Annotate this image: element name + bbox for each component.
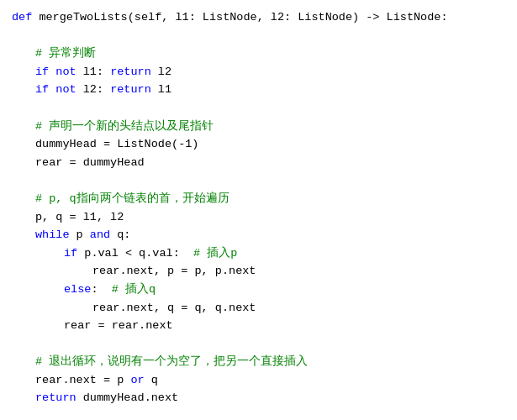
code-line-12: p, q = l1, l2 [12,208,509,227]
code-line-11: # p, q指向两个链表的首，开始遍历 [12,190,509,208]
code-line-2 [12,27,509,45]
code-line-18: rear = rear.next [12,317,509,335]
comment-traverse: # p, q指向两个链表的首，开始遍历 [35,190,229,208]
code-line-9: rear = dummyHead [12,154,509,172]
code-line-13: while p and q: [12,226,509,244]
code-line-5: if not l2: return l1 [12,81,509,99]
code-line-21: rear.next = p or q [12,371,509,390]
comment-exit-loop: # 退出循环，说明有一个为空了，把另一个直接插入 [35,353,308,371]
code-line-10 [12,171,509,190]
code-line-19 [12,335,509,354]
code-line-16: else: # 插入q [12,281,509,299]
code-line-4: if not l1: return l2 [12,63,509,81]
code-line-15: rear.next, p = p, p.next [12,262,509,281]
comment-exception: # 异常判断 [35,45,96,63]
keyword-def: def [12,8,39,27]
func-name: mergeTwoLists( [39,8,134,27]
code-line-8: dummyHead = ListNode(-1) [12,135,509,154]
code-line-14: if p.val < q.val: # 插入p [12,244,509,263]
code-line-1: def mergeTwoLists(self, l1: ListNode, l2… [12,8,509,27]
code-line-20: # 退出循环，说明有一个为空了，把另一个直接插入 [12,353,509,371]
code-line-3: # 异常判断 [12,45,509,63]
code-line-7: # 声明一个新的头结点以及尾指针 [12,118,509,136]
comment-declare: # 声明一个新的头结点以及尾指针 [35,118,214,136]
code-line-6 [12,99,509,118]
code-line-17: rear.next, q = q, q.next [12,299,509,318]
code-viewer: def mergeTwoLists(self, l1: ListNode, l2… [0,0,517,420]
code-line-22: return dummyHead.next [12,389,509,407]
